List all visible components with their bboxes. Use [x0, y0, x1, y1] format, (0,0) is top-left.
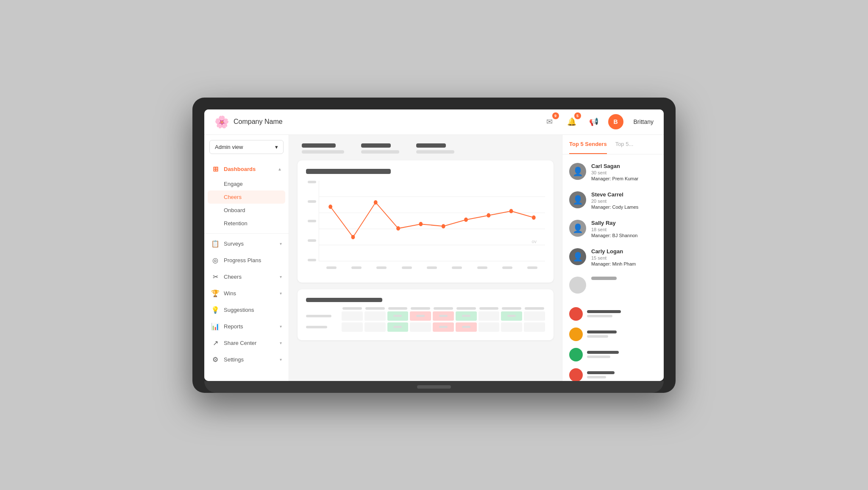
tab1-sub: [302, 150, 344, 154]
sidebar-sub-retention[interactable]: Retention: [204, 217, 289, 230]
chart-watermark: ov: [531, 239, 537, 244]
dot-1: [328, 204, 332, 209]
heatmap-r2c6: [456, 322, 477, 332]
sidebar-item-label-settings: Settings: [224, 356, 275, 363]
app-header: 🌸 Company Name ✉ 9 🔔 5 📢 B Brittany: [204, 109, 664, 135]
sender-info-steve: Steve Carrel 20 sent Manager: Cody Lames: [591, 191, 657, 210]
y-label-3: [308, 220, 316, 222]
x-label-6: [452, 266, 462, 269]
nav-divider-1: [204, 233, 289, 234]
bottom-sender-7: [562, 344, 664, 365]
heatmap-title: [306, 298, 382, 302]
chart-tab-2: [361, 143, 399, 154]
heatmap-r1c3: [387, 311, 409, 321]
heatmap-row2-label: [306, 326, 340, 328]
sidebar-sub-engage[interactable]: Engage: [204, 177, 289, 190]
bottom-avatar-6: [569, 328, 583, 341]
bottom-text-6: [587, 330, 657, 338]
sender-name-steve: Steve Carrel: [591, 191, 657, 198]
heatmap-r2c7: [479, 322, 500, 332]
tab2-title: [361, 143, 391, 148]
sender-avatar-sally: 👤: [569, 220, 586, 237]
dot-8: [487, 213, 490, 217]
heatmap-r2c2: [364, 322, 386, 332]
surveys-icon: 📋: [211, 240, 220, 248]
heatmap-r1c2: [364, 311, 386, 321]
bottom-sender-6: [562, 324, 664, 344]
sender-info-5: [591, 277, 657, 282]
manager-name-steve: Cody Lames: [612, 204, 639, 210]
sidebar-item-dashboards[interactable]: ⊞ Dashboards ▲: [204, 161, 289, 177]
bottom-text-8: [587, 371, 657, 378]
user-avatar[interactable]: B: [608, 114, 623, 129]
sidebar-item-label-reports: Reports: [224, 323, 275, 330]
b8-name-skel: [587, 371, 615, 374]
line-chart-container: ov: [306, 181, 545, 274]
mail-button[interactable]: ✉ 9: [542, 114, 557, 129]
sidebar-item-wins[interactable]: 🏆 Wins ▾: [204, 285, 289, 302]
chevron-right-wins-icon: ▾: [280, 291, 282, 296]
y-label-2: [308, 239, 316, 242]
sender-name-sally: Sally Ray: [591, 220, 657, 226]
heatmap-r2c5: [433, 322, 454, 332]
sidebar-item-progress-plans[interactable]: ◎ Progress Plans: [204, 252, 289, 269]
sidebar-item-suggestions[interactable]: 💡 Suggestions: [204, 302, 289, 318]
chevron-right-share-icon: ▾: [280, 341, 282, 345]
line-path: [331, 202, 534, 237]
sidebar-sub-onboard[interactable]: Onboard: [204, 204, 289, 217]
heatmap-r1c8: [501, 311, 522, 321]
sidebar-item-surveys[interactable]: 📋 Surveys ▾: [204, 235, 289, 252]
sender-sent-sally: 18 sent: [591, 227, 657, 232]
user-name-header: Brittany: [634, 118, 654, 125]
manager-name-carly: Minh Pham: [612, 261, 636, 266]
sender-name-carly: Carly Logan: [591, 248, 657, 255]
sidebar-item-label-share-center: Share Center: [224, 340, 275, 346]
sender-info-carl: Carl Sagan 30 sent Manager: Prem Kumar: [591, 163, 657, 181]
dashboards-icon: ⊞: [211, 165, 220, 173]
heatmap-r2c4: [410, 322, 431, 332]
sidebar-item-settings[interactable]: ⚙ Settings ▾: [204, 351, 289, 368]
dot-6: [442, 224, 445, 228]
sidebar-item-cheers[interactable]: ✂ Cheers ▾: [204, 269, 289, 285]
tab-top5-other[interactable]: Top 5...: [615, 135, 634, 154]
sidebar-sub-cheers[interactable]: Cheers: [208, 190, 285, 204]
dot-3: [374, 200, 378, 204]
tab2-sub: [361, 150, 399, 154]
chevron-down-icon: ▾: [275, 144, 278, 150]
heatmap-col-h2: [365, 307, 385, 310]
company-name: Company Name: [234, 118, 283, 126]
logo-area: 🌸 Company Name: [214, 115, 283, 129]
x-label-2: [351, 266, 362, 269]
heatmap-r1c7: [479, 311, 500, 321]
tab-top5-senders[interactable]: Top 5 Senders: [569, 135, 607, 154]
sender-info-sally: Sally Ray 18 sent Manager: BJ Shannon: [591, 220, 657, 238]
heatmap-col-h3: [388, 307, 408, 310]
sender-manager-sally: Manager: BJ Shannon: [591, 233, 657, 238]
b8-sub-skel: [587, 376, 606, 378]
dot-7: [464, 217, 468, 221]
heatmap-col-headers: [306, 307, 545, 310]
sidebar-item-label-suggestions: Suggestions: [224, 307, 282, 313]
sender-avatar-carly: 👤: [569, 248, 586, 265]
sidebar-item-label-wins: Wins: [224, 290, 275, 297]
announce-button[interactable]: 📢: [586, 114, 601, 129]
bottom-text-7: [587, 351, 657, 358]
sidebar-item-label-surveys: Surveys: [224, 241, 275, 247]
heatmap-col-h6: [456, 307, 476, 310]
sender-manager-carly: Manager: Minh Pham: [591, 261, 657, 266]
dot-2: [351, 235, 355, 239]
b5-sub-skel: [587, 315, 612, 317]
wins-icon: 🏆: [211, 289, 220, 297]
sidebar-item-reports[interactable]: 📊 Reports ▾: [204, 318, 289, 335]
manager-label-steve: Manager:: [591, 204, 611, 210]
sender5-name-skel: [591, 277, 617, 280]
sender-info-carly: Carly Logan 15 sent Manager: Minh Pham: [591, 248, 657, 266]
admin-view-selector[interactable]: Admin view ▾: [209, 140, 284, 154]
sidebar-item-share-center[interactable]: ↗ Share Center ▾: [204, 335, 289, 351]
top5-tabs: Top 5 Senders Top 5...: [562, 135, 664, 154]
settings-icon: ⚙: [211, 356, 220, 364]
heatmap-r2c1: [342, 322, 363, 332]
sender-name-carl: Carl Sagan: [591, 163, 657, 169]
line-chart-header: [306, 169, 545, 174]
bell-button[interactable]: 🔔 5: [564, 114, 579, 129]
